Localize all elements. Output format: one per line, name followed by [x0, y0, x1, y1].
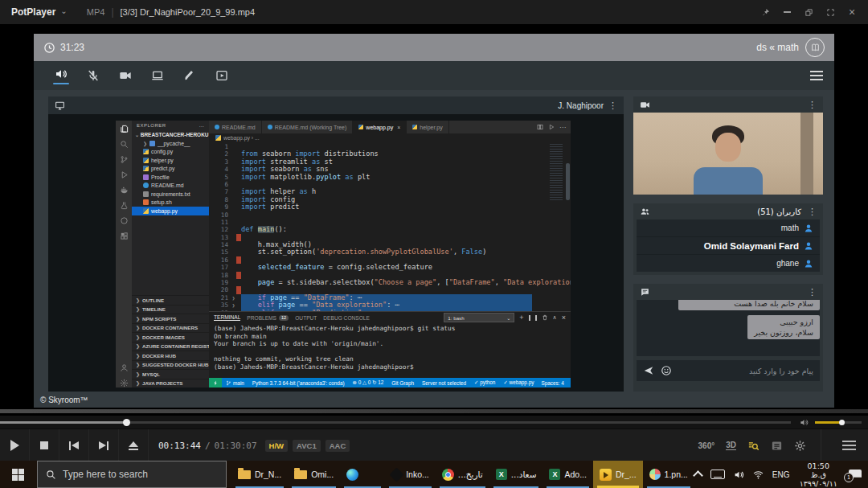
code-line[interactable]: 13	[209, 234, 571, 241]
mic-off-icon[interactable]	[77, 64, 109, 88]
run-file-icon[interactable]	[548, 124, 555, 130]
statusbar-item[interactable]: Server not selected	[422, 380, 466, 386]
code-line[interactable]: 17 selected_feature = config.selected_fe…	[209, 264, 571, 271]
taskbar-app-inkscape[interactable]: Inko...	[385, 461, 436, 488]
code-line[interactable]: 16	[209, 256, 571, 264]
explorer-section[interactable]: ❯NPM SCRIPTS	[132, 314, 209, 323]
media-player-icon[interactable]	[206, 64, 238, 88]
explorer-section[interactable]: ❯SUGGESTED DOCKER HUB IMA...	[132, 360, 209, 370]
taskbar-app-edge[interactable]	[340, 461, 385, 488]
search-icon[interactable]	[118, 139, 129, 149]
statusbar-item[interactable]: Python 3.7.3 64-bit ('anaconda3': conda)	[252, 380, 345, 386]
editor-scrollbar[interactable]	[566, 163, 570, 200]
statusbar-item[interactable]: main	[226, 380, 244, 386]
terminal-tab[interactable]: DEBUG CONSOLE	[323, 314, 370, 321]
split-editor-icon[interactable]	[537, 124, 543, 130]
language-indicator[interactable]: ENG	[772, 470, 790, 479]
taskbar-app-paint[interactable]: 1.pn...	[643, 461, 694, 488]
close-tab-icon[interactable]: ×	[397, 125, 400, 130]
code-line[interactable]: 20	[209, 286, 571, 293]
account-icon[interactable]	[118, 363, 129, 372]
code-line[interactable]: 21❯ if page == "DataFrame": ⋯	[209, 294, 571, 301]
send-icon[interactable]	[643, 365, 654, 376]
code-line[interactable]: 83❯ elif page == "Prediction": ⋯	[209, 310, 571, 311]
code-line[interactable]: 4import seaborn as sns	[209, 166, 571, 173]
vscode-editor[interactable]: 12from seaborn import distributions3impo…	[209, 142, 571, 311]
kebab-menu-icon[interactable]: ⋮	[808, 100, 817, 109]
view-360-button[interactable]: 360°	[698, 441, 715, 450]
trash-icon[interactable]	[542, 314, 548, 321]
action-center-icon[interactable]: 1	[849, 470, 862, 480]
previous-button[interactable]	[59, 429, 89, 461]
explorer-root-folder[interactable]: ⌄ BREASTCANCER-HEROKU	[132, 130, 209, 139]
pin-icon[interactable]	[757, 4, 773, 20]
split-terminal-icon[interactable]	[529, 315, 537, 321]
next-button[interactable]	[89, 429, 119, 461]
app-name[interactable]: PotPlayer	[11, 6, 55, 18]
editor-tab[interactable]: README.md (Working Tree)	[262, 121, 354, 133]
test-icon[interactable]	[118, 200, 129, 210]
explorer-section[interactable]: ❯DOCKER IMAGES	[132, 332, 209, 342]
view-3d-button[interactable]: 3D	[726, 441, 736, 450]
statusbar-item[interactable]: Spaces: 4	[541, 380, 563, 386]
volume-slider[interactable]	[815, 421, 862, 424]
explorer-section[interactable]: ❯JAVA PROJECTS	[132, 379, 209, 388]
file-item[interactable]: Procfile	[132, 173, 209, 182]
explorer-section[interactable]: ❯DOCKER HUB	[132, 351, 209, 360]
minimize-button[interactable]	[779, 4, 795, 20]
code-line[interactable]: 14 h.max_width()	[209, 241, 571, 248]
fold-icon[interactable]: ❯	[231, 310, 236, 311]
editor-tab[interactable]: README.md	[209, 121, 262, 133]
fullscreen-button[interactable]	[822, 4, 838, 20]
screen-share-icon[interactable]	[141, 64, 174, 88]
file-item[interactable]: ❯__pycache__	[132, 139, 209, 148]
new-terminal-icon[interactable]: +	[519, 314, 523, 322]
chat-messages[interactable]: سلام خانم بله صدا هستارزو حبیبیسلام، روز…	[637, 300, 820, 356]
explorer-section[interactable]: ❯MYSQL	[132, 369, 209, 379]
explorer-icon[interactable]	[118, 124, 129, 133]
menu-icon[interactable]	[810, 71, 823, 80]
code-line[interactable]: 7import helper as h	[209, 188, 571, 195]
breadcrumb[interactable]: webapp.py › ...	[209, 133, 571, 142]
chevron-down-icon[interactable]: ⌄	[60, 6, 67, 15]
references-icon[interactable]	[118, 215, 129, 225]
user-row[interactable]: ghane	[637, 255, 820, 272]
explorer-section[interactable]: ❯AZURE CONTAINER REGISTRY	[132, 342, 209, 351]
wifi-icon[interactable]	[753, 470, 764, 480]
code-line[interactable]: 2from seaborn import distributions	[209, 150, 571, 158]
code-line[interactable]: 9import predict	[209, 203, 571, 211]
run-debug-icon[interactable]	[118, 170, 129, 179]
code-line[interactable]: 5import matplotlib.pyplot as plt	[209, 174, 571, 181]
start-button[interactable]	[0, 461, 37, 488]
settings-icon[interactable]	[118, 378, 129, 388]
taskbar-app-folder[interactable]: Omi...	[288, 461, 340, 488]
playlist-icon[interactable]	[771, 440, 783, 452]
taskbar-search[interactable]: Type here to search	[37, 461, 227, 488]
code-line[interactable]: 8import config	[209, 196, 571, 203]
playlist-menu-icon[interactable]	[833, 441, 865, 450]
taskbar-app-folder[interactable]: Dr_N...	[231, 461, 288, 488]
terminal-tab[interactable]: PROBLEMS12	[247, 314, 289, 321]
camera-icon[interactable]	[109, 64, 141, 88]
code-line[interactable]: 11	[209, 219, 571, 226]
tray-volume-icon[interactable]	[734, 470, 744, 480]
code-line[interactable]: 19 page = st.sidebar.selectbox("Choose a…	[209, 279, 571, 286]
code-line[interactable]: 3import streamlit as st	[209, 158, 571, 166]
code-line[interactable]: 10	[209, 211, 571, 219]
explorer-section[interactable]: ❯TIMELINE	[132, 305, 209, 314]
editor-tab[interactable]: helper.py	[407, 121, 448, 133]
speaker-icon[interactable]	[45, 64, 77, 88]
taskbar-app-excel[interactable]: سعاد...	[489, 461, 543, 488]
more-actions-icon[interactable]: ⋯	[199, 123, 205, 129]
extensions-icon[interactable]	[118, 231, 129, 240]
kebab-menu-icon[interactable]: ⋮	[608, 101, 617, 109]
explorer-section[interactable]: ❯OUTLINE	[132, 295, 209, 305]
terminal-output[interactable]: (base) Jaheds-MBP:BreastCancer-Heroku ja…	[209, 323, 571, 378]
statusbar-item[interactable]: ✓ webapp.py	[503, 379, 534, 386]
restore-button[interactable]	[800, 4, 817, 20]
kebab-menu-icon[interactable]: ⋮	[808, 288, 817, 296]
seek-handle[interactable]	[123, 419, 130, 426]
editor-tab[interactable]: webapp.py×	[353, 121, 407, 133]
terminal-tab[interactable]: OUTPUT	[295, 314, 317, 321]
user-row[interactable]: Omid Solaymani Fard	[637, 237, 820, 255]
